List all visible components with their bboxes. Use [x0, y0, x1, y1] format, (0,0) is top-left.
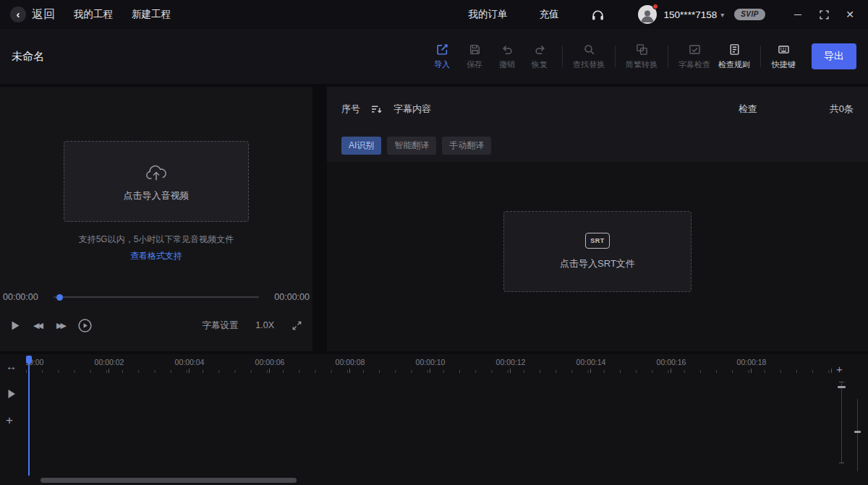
nav-my-projects[interactable]: 我的工程	[74, 8, 113, 21]
headset-icon[interactable]	[591, 8, 605, 22]
export-button[interactable]: 导出	[812, 43, 856, 69]
redo-icon	[534, 43, 546, 56]
subtitle-tab-2[interactable]: 手动翻译	[442, 137, 491, 155]
ruler-major-ticks	[28, 369, 832, 373]
media-upload-dropzone[interactable]: 点击导入音视频	[64, 141, 249, 222]
ruler-tick-label: 00:00:14	[576, 358, 606, 366]
playback-rate-button[interactable]: 1.0X	[255, 320, 274, 330]
ruler-tick-label: 00:00:06	[255, 358, 285, 366]
nav-recharge[interactable]: 充值	[540, 8, 559, 21]
fullscreen-icon[interactable]	[292, 320, 302, 331]
loop-play-button[interactable]	[77, 318, 93, 333]
playhead-line	[28, 361, 30, 476]
toolbar-divider	[615, 46, 616, 67]
format-support-link[interactable]: 查看格式支持	[0, 250, 312, 262]
window-close-button[interactable]: ✕	[842, 7, 858, 22]
zoom-slider-top-cap	[839, 382, 844, 382]
nav-my-orders[interactable]: 我的订单	[469, 8, 508, 21]
project-title: 未命名	[12, 50, 44, 64]
subtitle-body: SRT 点击导入SRT文件	[327, 162, 868, 351]
ruler-tick-label: 00:00:10	[416, 358, 446, 366]
import-button[interactable]: 导入	[430, 43, 454, 70]
ruler-tick-label: 00:00:02	[95, 358, 124, 366]
timeline-zoom-controls: +	[836, 354, 848, 485]
back-label: 返回	[32, 7, 55, 22]
ruler-tick-label: 00:00:08	[336, 358, 365, 366]
player-panel: 点击导入音视频 支持5G以内，5小时以下常见音视频文件 查看格式支持 00:00…	[0, 87, 312, 351]
keyboard-icon	[778, 43, 790, 56]
nav-new-project[interactable]: 新建工程	[132, 8, 171, 21]
zoom-slider-handle[interactable]	[838, 386, 846, 388]
seek-bar[interactable]	[54, 296, 259, 298]
sort-list-icon[interactable]	[370, 103, 382, 115]
cloud-upload-icon	[144, 161, 169, 183]
account-caret-icon[interactable]: ▾	[720, 11, 724, 19]
back-button[interactable]: ‹ 返回	[10, 7, 55, 22]
timeline-play-button[interactable]	[7, 389, 16, 399]
timeline-add-button[interactable]: +	[6, 413, 13, 428]
timeline-section: ↔ + 00:00:0000:00:0200:00:0400:00:0600:0…	[0, 354, 868, 485]
account-number[interactable]: 150****7158	[664, 9, 718, 20]
support-note: 支持5G以内，5小时以下常见音视频文件	[0, 233, 312, 246]
column-index-label: 序号	[341, 103, 360, 116]
zoom-slider-track[interactable]	[841, 382, 842, 463]
subtitle-header: 序号 字幕内容 检查 共0条	[327, 87, 868, 116]
redo-button[interactable]: 恢复	[527, 43, 552, 70]
track-height-slider-track[interactable]	[857, 399, 858, 471]
timeline-horizontal-scrollbar[interactable]	[41, 478, 297, 483]
playhead-handle[interactable]	[26, 356, 32, 364]
search-icon	[583, 43, 595, 56]
subtitle-panel: 序号 字幕内容 检查 共0条 AI识别智能翻译手动翻译 SRT 点击导入SRT文…	[327, 87, 868, 351]
check-rules-button[interactable]: 检查规则	[718, 43, 750, 70]
ruler-tick-label: 00:00:16	[657, 358, 686, 366]
rewind-button[interactable]: ◀◀	[33, 321, 41, 330]
srt-file-icon: SRT	[585, 233, 610, 249]
top-bar: ‹ 返回 我的工程 新建工程 我的订单 充值 150****7158 ▾ SVI…	[0, 0, 868, 29]
subtitle-tabs: AI识别智能翻译手动翻译	[341, 137, 491, 155]
zoom-in-button[interactable]: +	[836, 363, 843, 375]
srt-upload-dropzone[interactable]: SRT 点击导入SRT文件	[503, 211, 692, 292]
user-avatar[interactable]	[638, 5, 657, 24]
toolbar-divider	[562, 46, 563, 67]
column-content-label: 字幕内容	[393, 103, 739, 116]
svip-badge[interactable]: SVIP	[734, 9, 765, 20]
timeline-gutter: ↔ +	[0, 354, 23, 485]
window-minimize-button[interactable]: ─	[790, 7, 806, 22]
ruler-tick-label: 00:00:18	[737, 358, 767, 366]
player-controls: ◀◀ ▶▶ 字幕设置 1.0X	[0, 312, 312, 338]
timeline-ruler[interactable]: 00:00:0000:00:0200:00:0400:00:0600:00:08…	[26, 354, 832, 377]
srt-upload-hint: 点击导入SRT文件	[560, 257, 635, 270]
column-check-label: 检查	[739, 103, 757, 116]
seek-knob[interactable]	[56, 294, 63, 301]
save-button[interactable]: 保存	[462, 43, 487, 70]
back-icon: ‹	[10, 7, 26, 22]
horizontal-resize-icon[interactable]: ↔	[6, 360, 17, 372]
track-height-slider-handle[interactable]	[854, 431, 861, 433]
editor-toolbar: 未命名 导入 保存 撤销 恢复 查找替换 简繁转换	[0, 29, 868, 84]
ruler-tick-label: 00:00:12	[496, 358, 526, 366]
play-button[interactable]	[10, 320, 20, 331]
subtitle-count: 共0条	[830, 103, 854, 116]
find-replace-button[interactable]: 查找替换	[573, 43, 605, 70]
save-icon	[469, 43, 481, 56]
shortcuts-button[interactable]: 快捷键	[771, 43, 796, 70]
convert-button[interactable]: 简繁转换	[626, 43, 658, 70]
notification-dot	[652, 4, 658, 9]
subtitle-tab-0[interactable]: AI识别	[341, 137, 381, 155]
seek-row: 00:00:00 00:00:00	[0, 291, 312, 304]
subtitle-check-icon	[689, 43, 701, 56]
window-maximize-button[interactable]	[816, 7, 832, 22]
fast-forward-button[interactable]: ▶▶	[54, 321, 64, 330]
toolbar-divider	[668, 46, 668, 67]
subtitle-tab-1[interactable]: 智能翻译	[387, 137, 436, 155]
zoom-slider-bottom-cap	[839, 463, 844, 463]
subtitle-check-button[interactable]: 字幕检查	[678, 43, 710, 70]
toolbar-divider	[760, 46, 761, 67]
import-icon	[436, 43, 448, 56]
subtitle-settings-button[interactable]: 字幕设置	[202, 319, 238, 332]
check-rules-icon	[728, 43, 741, 56]
undo-button[interactable]: 撤销	[495, 43, 519, 70]
track-height-slider	[854, 354, 862, 485]
ruler-tick-label: 00:00:04	[175, 358, 205, 366]
current-time: 00:00:00	[3, 292, 45, 302]
